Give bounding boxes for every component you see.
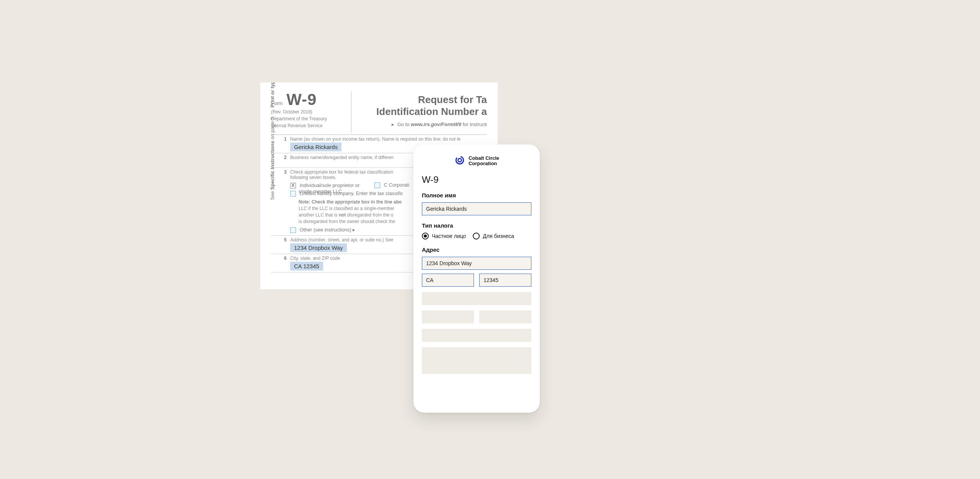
checkbox-other [290,227,296,233]
radio-personal-label: Частное лицо [432,233,466,239]
radio-personal[interactable]: Частное лицо [422,233,466,240]
form-title-line-1: Request for Ta [358,94,487,106]
brand-logo-icon [454,154,466,167]
svg-point-1 [458,159,461,162]
label-address: Адрес [422,246,531,253]
radio-dot-icon [473,233,480,240]
label-taxtype: Тип налога [422,222,531,229]
placeholder-block [422,292,531,305]
dept-line-2: Internal Revenue Service [271,123,347,128]
row-1-value: Gericka Rickards [290,143,341,151]
brand-name-line-2: Corporation [469,161,499,166]
svg-point-0 [456,156,464,164]
state-input[interactable] [422,274,474,287]
mobile-form-card: Cobalt Circle Corporation W-9 Полное имя… [413,144,540,413]
placeholder-block [479,310,531,323]
placeholder-block [422,347,531,374]
radio-business-label: Для бизнеса [483,233,514,239]
street-input[interactable] [422,257,531,270]
zip-input[interactable] [479,274,531,287]
dept-line-1: Department of the Treasury [271,116,347,121]
fullname-input[interactable] [422,202,531,215]
goto-line: ▸ Go to www.irs.gov/FormW9 for instructi [358,121,487,127]
row-6-value: CA 12345 [290,262,323,271]
form-revision: (Rev. October 2018) [271,109,347,115]
radio-business[interactable]: Для бизнеса [473,233,514,240]
placeholder-block [422,310,474,323]
label-fullname: Полное имя [422,192,531,198]
checkbox-individual [290,183,296,189]
placeholder-block [422,329,531,342]
form-title-line-2: Identification Number a [358,106,487,118]
brand-header: Cobalt Circle Corporation [422,154,531,167]
form-code: W-9 [286,92,317,108]
brand-name-line-1: Cobalt Circle [469,156,499,161]
checkbox-llc [290,191,296,197]
composition: Form W-9 (Rev. October 2018) Department … [260,82,720,397]
doc-title: W-9 [422,174,531,185]
radio-dot-selected-icon [422,233,429,240]
row-5-value: 1234 Dropbox Way [290,243,347,252]
checkbox-c-corp [374,182,380,188]
